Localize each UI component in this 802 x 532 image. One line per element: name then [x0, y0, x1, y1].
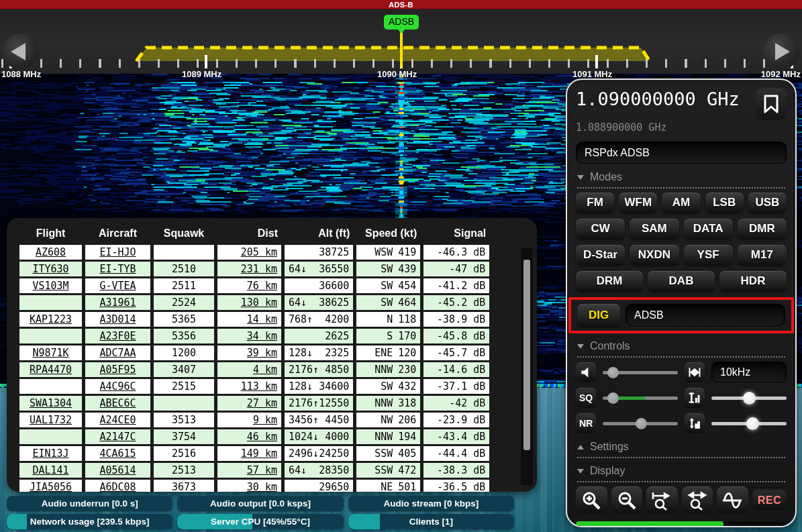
modes-section-header[interactable]: Modes	[577, 171, 785, 189]
status-button[interactable]: Audio underrun [0.0 s]	[7, 496, 172, 511]
mode-button[interactable]: DATA	[684, 219, 733, 239]
flight-link[interactable]: ITY630	[32, 263, 68, 275]
bandwidth-select[interactable]: 10kHz	[711, 362, 787, 383]
add-bookmark-button[interactable]	[756, 88, 787, 120]
display-section-header[interactable]: Display	[577, 465, 785, 482]
distance-link[interactable]: 4 km	[253, 364, 277, 376]
frequency-scale[interactable]: 1088 MHz 1089 MHz 1090 MHz 1091 MHz 1092…	[0, 9, 802, 74]
status-button[interactable]: Audio output [0.0 ksps]	[177, 496, 343, 511]
scale-scroll-left-button[interactable]	[3, 34, 39, 70]
mode-button[interactable]: SAM	[630, 219, 679, 239]
table-scrollbar[interactable]	[521, 248, 533, 485]
aircraft-link[interactable]: 4CA615	[99, 447, 136, 460]
mode-button[interactable]: D-Star	[576, 245, 625, 265]
mode-button[interactable]: WFM	[619, 193, 657, 213]
mute-button[interactable]	[576, 362, 596, 382]
distance-link[interactable]: 34 km	[247, 330, 277, 342]
flight-link[interactable]: AZ608	[36, 246, 66, 258]
flight-link[interactable]: JIA5056	[30, 481, 72, 492]
aircraft-link[interactable]: A6DC08	[99, 481, 136, 492]
noise-reduction-button[interactable]: NR	[576, 413, 596, 433]
aircraft-link[interactable]: A31961	[99, 297, 136, 309]
flight-link[interactable]: N9871K	[32, 347, 68, 359]
distance-link[interactable]: 130 km	[241, 297, 277, 309]
distance-link[interactable]: 46 km	[247, 431, 277, 443]
mode-button[interactable]: AM	[662, 193, 700, 213]
squelch-button[interactable]: SQ	[576, 388, 596, 408]
profile-select[interactable]: RSPdx ADSB	[576, 142, 787, 164]
mode-button[interactable]: HDR	[719, 271, 787, 291]
status-button[interactable]: Audio stream [0 kbps]	[348, 496, 514, 511]
mode-button[interactable]: DRM	[576, 271, 643, 291]
distance-link[interactable]: 149 km	[241, 447, 277, 460]
status-button[interactable]: Clients [1]	[348, 514, 514, 529]
noise-reduction-slider[interactable]	[603, 413, 678, 433]
aircraft-link[interactable]: ADC7AA	[99, 347, 136, 359]
squawk-cell: 2511	[154, 278, 214, 293]
mode-button[interactable]: DMR	[738, 219, 787, 239]
settings-section-header[interactable]: Settings	[577, 441, 785, 458]
distance-link[interactable]: 113 km	[241, 380, 277, 392]
controls-section-header[interactable]: Controls	[577, 340, 785, 358]
zoom-to-band-button[interactable]	[646, 486, 678, 514]
zoom-out-button[interactable]	[611, 486, 643, 514]
distance-link[interactable]: 76 km	[247, 280, 277, 292]
aircraft-link[interactable]: A05F95	[99, 364, 136, 376]
frequency-display[interactable]: 1.090000000 GHz	[576, 88, 756, 111]
distance-link[interactable]: 205 km	[241, 246, 277, 258]
table-scrollbar-thumb[interactable]	[523, 260, 530, 450]
aircraft-link[interactable]: G-VTEA	[99, 280, 136, 292]
aircraft-link[interactable]: A3D014	[99, 313, 136, 325]
status-button[interactable]: Network usage [239.5 kbps]	[7, 514, 172, 529]
dig-mode-button[interactable]: DIG	[577, 304, 620, 327]
tuning-indicator[interactable]	[400, 30, 403, 68]
distance-link[interactable]: 9 km	[253, 414, 277, 426]
aircraft-link[interactable]: EI-HJO	[99, 246, 136, 258]
bandwidth-icon-button[interactable]	[685, 362, 705, 382]
mode-button[interactable]: NXDN	[630, 245, 679, 265]
mode-button[interactable]: LSB	[705, 193, 744, 213]
mode-button[interactable]: CW	[576, 219, 625, 239]
mode-button[interactable]: USB	[748, 193, 787, 213]
digital-mode-select[interactable]: ADSB	[625, 304, 785, 327]
flight-link[interactable]: UAL1732	[30, 414, 72, 426]
mode-button[interactable]: DAB	[648, 271, 715, 291]
flight-link[interactable]: EIN13J	[32, 447, 68, 460]
aircraft-link[interactable]: A24CE0	[99, 414, 136, 426]
bookmark-flag[interactable]: ADSB	[384, 15, 419, 30]
flight-link[interactable]: KAP1223	[30, 313, 72, 325]
flight-link[interactable]: VS103M	[32, 280, 68, 292]
aircraft-link[interactable]: ABEC6C	[99, 397, 136, 409]
zoom-full-button[interactable]	[682, 486, 713, 514]
auto-adjust-levels-button[interactable]	[685, 413, 705, 433]
scale-scroll-right-button[interactable]	[763, 34, 799, 70]
mode-button[interactable]: FM	[576, 193, 614, 213]
squawk-cell: 1200	[154, 345, 214, 360]
distance-link[interactable]: 30 km	[247, 481, 277, 492]
altitude-value: 24250	[319, 447, 349, 460]
mode-button[interactable]: YSF	[684, 245, 733, 265]
waterfall-levels-button[interactable]	[685, 388, 705, 408]
flight-link[interactable]: RPA4470	[30, 364, 72, 376]
distance-link[interactable]: 57 km	[247, 464, 277, 476]
volume-slider[interactable]	[603, 362, 678, 382]
record-button[interactable]: REC	[752, 490, 787, 511]
distance-link[interactable]: 14 km	[247, 313, 277, 325]
distance-link[interactable]: 231 km	[241, 263, 277, 275]
aircraft-link[interactable]: A23F0E	[99, 330, 136, 342]
aircraft-link[interactable]: A2147C	[99, 431, 136, 443]
flight-link[interactable]: DAL141	[32, 464, 68, 476]
distance-link[interactable]: 27 km	[247, 397, 277, 409]
zoom-in-button[interactable]	[576, 486, 607, 514]
flight-link[interactable]: SWA1304	[30, 397, 72, 409]
waterfall-max-slider[interactable]	[711, 388, 787, 408]
mode-button[interactable]: M17	[738, 245, 787, 265]
status-button[interactable]: Server CPU [45%/55°C]	[177, 514, 343, 529]
waterfall-min-slider[interactable]	[711, 413, 787, 433]
spectrum-toggle-button[interactable]	[717, 486, 748, 514]
aircraft-link[interactable]: A4C96C	[99, 380, 136, 392]
distance-link[interactable]: 39 km	[247, 347, 277, 359]
aircraft-link[interactable]: EI-TYB	[99, 263, 136, 275]
squelch-slider[interactable]	[603, 388, 678, 408]
aircraft-link[interactable]: A05614	[99, 464, 136, 476]
